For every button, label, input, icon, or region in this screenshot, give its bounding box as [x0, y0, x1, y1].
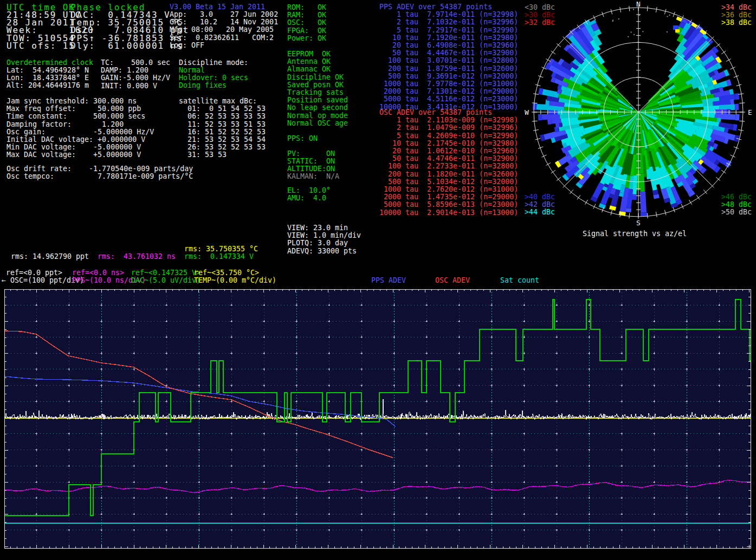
kalman-status: KALMAN: N/A [287, 173, 339, 180]
satellite-max-dbc-table: satellite max dBc: 01: 0 51 54 52 53 06:… [179, 97, 266, 159]
osc-adev-table: OSC ADEV over 54387 points 1 tau 2.1103e… [379, 109, 518, 217]
self-test-status: ROM: OK RAM: OK OSC: OK FPGA: OK Power: … [287, 4, 326, 42]
gps-status-list: EEPROM OK Antenna OK Almanac OK Discipli… [287, 50, 348, 127]
rms-pps: rms: 43.761032 ns [98, 253, 176, 261]
lady-heather-gpsdo-monitor-screen: { "palette": { "green":"#00dc00","white"… [0, 0, 756, 560]
strip-chart-plot [0, 286, 756, 560]
svg-text:E: E [748, 108, 752, 116]
svg-text:W: W [525, 108, 529, 116]
polar-caption: Signal strength vs az/el [583, 230, 687, 238]
dbc-legend-gt44: >44 dBc [525, 209, 555, 216]
osc-drift-block: Osc drift rate: -1.770540e-009 parts/day… [7, 165, 193, 180]
polar-az-el-signal-map: NSEW [520, 0, 756, 227]
dbc-legend-gt38: >38 dBc [721, 19, 752, 27]
plot-label-sat-count: Sat count [500, 277, 539, 284]
rms-dac: rms: 0.147334 V [184, 253, 254, 261]
lat-lon-alt-block: Lat: 54.4964928° N Lon: 18.4337848° E Al… [7, 67, 89, 90]
ref-temp-scale: ref~<35.750 °C> TEMP~(0.00 m°C/div) [194, 269, 276, 284]
view-queue-block: VIEW: 23.0 min VIEW: 1.0 min/div PLOTQ: … [287, 224, 361, 255]
ref-dac-scale: ref~<0.147325 V> DAC~(5.0 uV/div) [131, 269, 201, 284]
svg-text:S: S [636, 219, 641, 227]
pps-adev-table: PPS ADEV over 54387 points 1 tau 7.9714e… [379, 3, 518, 111]
discipline-mode-list: Normal Holdover: 0 secs Doing fixes [179, 67, 248, 90]
el-amu-block: EL: 10.0° AMU: 4.0 [287, 187, 331, 202]
plot-label-pps-adev: PPS ADEV [371, 277, 406, 284]
fix-mode-list: PV: ON STATIC: ON ALTITUDE:ON [287, 150, 335, 173]
svg-text:N: N [636, 0, 641, 8]
pps-status: PPS: ON [287, 135, 318, 142]
dbc-legend-gt50: >50 dBc [721, 209, 752, 216]
osc-param-block: Jam sync threshold: 300.000 ns Max freq … [7, 97, 154, 159]
dbc-legend-gt32: >32 dBc [525, 19, 555, 27]
loop-param-block: TC: 500.0 sec DAMP: 1.200 GAIN:-5.000 Hz… [101, 59, 170, 90]
rms-osc: rms: 14.962790 ppt [11, 253, 89, 261]
plot-label-osc-adev: OSC ADEV [435, 277, 470, 284]
version-block: App: 3.0 27 Jun 2002 GPS: 10.2 14 Nov 20… [170, 11, 278, 49]
